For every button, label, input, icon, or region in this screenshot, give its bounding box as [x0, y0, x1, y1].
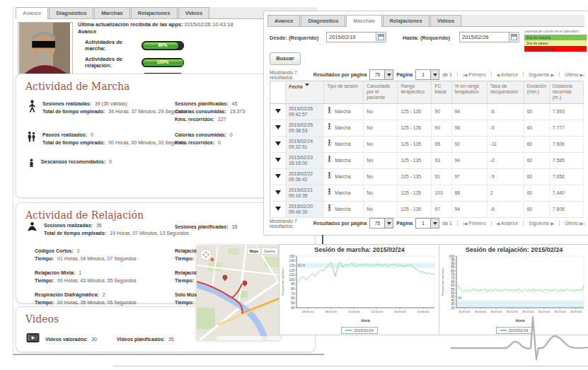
- cell-rango: 125 - 135: [398, 120, 432, 137]
- table-row[interactable]: 2015/02/2409:32:51 Marcha No 125 - 135 9…: [270, 137, 584, 153]
- table-row[interactable]: 2015/02/2209:36:42 Marcha No 125 - 135 9…: [270, 169, 584, 185]
- hasta-input[interactable]: [459, 32, 510, 42]
- left-tab[interactable]: Avance: [16, 7, 48, 19]
- cell-fc: 90: [432, 120, 451, 137]
- expand-row-icon[interactable]: [275, 207, 281, 214]
- next-page-link[interactable]: Siguiente ▶: [523, 221, 554, 226]
- cell-fecha: 2015/02/2318:16:00: [286, 153, 324, 169]
- last-page-link[interactable]: Último ▶|: [559, 221, 584, 226]
- expand-row-icon[interactable]: [275, 141, 281, 149]
- route-map[interactable]: Mapa Satélite: [197, 245, 280, 340]
- svg-text:16:15:00: 16:15:00: [522, 310, 534, 313]
- map-type-button[interactable]: Mapa: [247, 248, 261, 255]
- legend-line-swatch: [345, 330, 352, 331]
- page-select[interactable]: 1: [415, 69, 439, 80]
- left-tab[interactable]: Diagnóstico: [49, 7, 93, 18]
- cell-distancia: 7.606: [549, 137, 583, 153]
- stat-line: Videos planificados:35: [117, 335, 174, 343]
- cell-fc: 90: [432, 104, 451, 120]
- svg-text:70: 70: [291, 292, 295, 296]
- video-icon: [26, 333, 40, 345]
- desde-input[interactable]: [326, 32, 377, 42]
- table-row[interactable]: 2015/02/2009:46:30 Marcha No 125 - 135 9…: [270, 202, 584, 218]
- cell-tasa: -6: [487, 104, 524, 120]
- cell-tipo: Marcha: [324, 120, 364, 137]
- walking-icon: [327, 172, 332, 182]
- cell-pct: 94: [451, 202, 487, 218]
- marchas-panel: AvanceDiagnósticoMarchasRelajacionesVide…: [263, 11, 588, 236]
- prev-page-link[interactable]: ◀ Anterior: [491, 72, 519, 77]
- left-tab[interactable]: Marchas: [94, 7, 129, 18]
- select-arrow-icon[interactable]: [430, 70, 439, 79]
- right-tab[interactable]: Videos: [430, 15, 461, 26]
- first-page-link[interactable]: |◀ Primero: [457, 72, 486, 77]
- stat-line: Videos valorados:30: [45, 335, 97, 343]
- relajacion-chart-plot: 44303540455055606570758085909510015:55:0…: [439, 253, 588, 326]
- desde-calendar-button[interactable]: [376, 32, 386, 42]
- right-tab[interactable]: Diagnóstico: [301, 15, 345, 26]
- svg-text:10:20:00: 10:20:00: [394, 310, 406, 313]
- page-select[interactable]: 1: [415, 218, 439, 229]
- svg-text:40: 40: [451, 299, 455, 302]
- cell-pct: 94: [451, 104, 487, 120]
- col-fecha[interactable]: Fecha: [286, 81, 324, 104]
- svg-text:110: 110: [289, 273, 295, 277]
- buscar-button[interactable]: Buscar: [270, 52, 301, 65]
- table-row[interactable]: 2015/02/2109:16:35 Marcha No 125 - 135 1…: [270, 185, 584, 202]
- svg-text:16:25:00: 16:25:00: [554, 310, 566, 313]
- table-row[interactable]: 2015/02/2318:16:00 Marcha No 125 - 135 9…: [270, 153, 584, 169]
- walking-icon: [327, 139, 332, 149]
- cell-pct: 97: [451, 169, 487, 185]
- progress-label: Actividades de marcha:: [85, 39, 142, 52]
- col-fc-basal: FC basal: [432, 81, 451, 104]
- stat-line: Descansos recomendados:0: [41, 158, 112, 166]
- cell-tasa: -9: [487, 169, 524, 185]
- expand-row-icon[interactable]: [275, 190, 281, 197]
- expand-row-icon[interactable]: [275, 109, 281, 116]
- expand-row-icon[interactable]: [275, 125, 281, 132]
- cell-rango: 125 - 135: [398, 137, 432, 153]
- right-tab[interactable]: Relajaciones: [383, 15, 430, 26]
- right-tab[interactable]: Marchas: [346, 15, 381, 27]
- hasta-calendar-button[interactable]: [509, 32, 519, 42]
- calendar-icon: [378, 34, 384, 40]
- table-header-row: Fecha Tipo de sesión Cancelada por el pa…: [270, 81, 584, 104]
- cell-duracion: 60: [524, 137, 549, 153]
- next-page-link[interactable]: Siguiente ▶: [523, 72, 554, 77]
- walking-icon: [327, 204, 332, 214]
- expand-row-icon[interactable]: [275, 174, 281, 181]
- walking-icon: [327, 156, 332, 166]
- relax-stat: Respiración Diafragmática:2 Tiempo:00 Ho…: [35, 291, 175, 306]
- left-tab[interactable]: Relajaciones: [131, 7, 178, 18]
- cell-rango: 125 - 135: [398, 169, 432, 185]
- right-tab[interactable]: Avance: [267, 15, 300, 26]
- per-page-select[interactable]: 75: [369, 218, 393, 229]
- svg-text:Frecuencia cardíaca: Frecuencia cardíaca: [441, 268, 444, 296]
- expand-row-icon[interactable]: [275, 158, 281, 165]
- per-page-select[interactable]: 75: [369, 69, 393, 80]
- table-row[interactable]: 2015/02/2509:38:53 Marcha No 125 - 135 9…: [270, 120, 584, 137]
- col-tipo: Tipo de sesión: [324, 81, 364, 104]
- svg-text:Frecuencia cardíaca: Frecuencia cardíaca: [281, 268, 284, 296]
- svg-text:50: 50: [451, 291, 455, 295]
- prev-page-link[interactable]: ◀ Anterior: [491, 221, 519, 226]
- first-page-link[interactable]: |◀ Primero: [457, 221, 486, 226]
- cell-pct: 96: [451, 120, 487, 137]
- table-row[interactable]: 2015/02/2609:42:57 Marcha No 125 - 135 9…: [270, 104, 584, 120]
- last-page-link[interactable]: Último ▶|: [559, 72, 584, 77]
- select-arrow-icon[interactable]: [384, 219, 393, 228]
- bottom-divider: [113, 366, 588, 366]
- legend-item: Día de paseo: [524, 40, 587, 46]
- left-tab[interactable]: Videos: [178, 7, 209, 18]
- select-arrow-icon[interactable]: [430, 219, 439, 228]
- svg-text:65: 65: [451, 280, 455, 284]
- last-page-icon: ▶|: [580, 73, 584, 77]
- hasta-label: Hasta: (Requerido): [403, 35, 450, 41]
- satellite-button[interactable]: Satélite: [261, 248, 278, 255]
- svg-text:90: 90: [451, 262, 455, 265]
- svg-text:10:00:00: 10:00:00: [348, 310, 360, 313]
- stat-line: Calorías consumidas:0: [175, 131, 233, 139]
- meditation-icon: [26, 221, 38, 237]
- page-label: Página: [396, 72, 413, 77]
- select-arrow-icon[interactable]: [384, 70, 393, 79]
